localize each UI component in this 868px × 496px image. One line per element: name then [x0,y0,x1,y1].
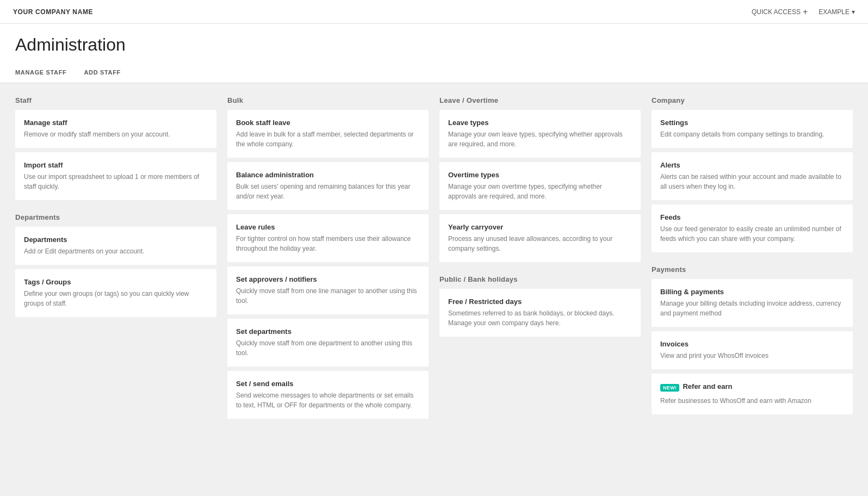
tab-add-staff[interactable]: ADD STAFF [84,64,129,83]
bulk-column: Bulk Book staff leave Add leave in bulk … [227,96,429,423]
billing-payments-card[interactable]: Billing & payments Manage your billing d… [652,279,853,327]
set-departments-title: Set departments [236,327,420,336]
book-staff-leave-desc: Add leave in bulk for a staff member, se… [236,129,420,149]
book-staff-leave-card[interactable]: Book staff leave Add leave in bulk for a… [227,110,429,158]
set-approvers-title: Set approvers / notifiers [236,275,420,283]
yearly-carryover-card[interactable]: Yearly carryover Process any unused leav… [439,214,641,262]
invoices-desc: View and print your WhosOff invoices [660,351,844,361]
book-staff-leave-title: Book staff leave [236,119,420,127]
alerts-desc: Alerts can be raised within your account… [660,172,844,191]
company-column: Company Settings Edit company details fr… [652,96,853,419]
header-area: Administration MANAGE STAFF ADD STAFF [0,24,868,83]
page-title: Administration [15,35,853,55]
main-content: Staff Manage staff Remove or modify staf… [0,83,868,436]
free-restricted-days-desc: Sometimes referred to as bank holidays, … [448,308,632,328]
alerts-title: Alerts [660,161,844,169]
overtime-types-desc: Manage your own overtime types, specifyi… [448,182,632,201]
import-staff-title: Import staff [24,161,208,169]
staff-section-title: Staff [15,96,216,104]
billing-payments-title: Billing & payments [660,288,844,296]
top-nav-right: QUICK ACCESS + EXAMPLE ▾ [752,7,855,17]
set-send-emails-desc: Send welcome messages to whole departmen… [236,390,420,410]
set-approvers-card[interactable]: Set approvers / notifiers Quickly move s… [227,266,429,314]
balance-admin-title: Balance administration [236,171,420,179]
departments-desc: Add or Edit departments on your account. [24,246,208,256]
example-label: EXAMPLE [819,8,850,16]
manage-staff-title: Manage staff [24,119,208,127]
leave-overtime-column: Leave / Overtime Leave types Manage your… [439,96,641,341]
billing-payments-desc: Manage your billing details including in… [660,299,844,318]
set-departments-card[interactable]: Set departments Quickly move staff from … [227,319,429,367]
overtime-types-card[interactable]: Overtime types Manage your own overtime … [439,162,641,210]
import-staff-card[interactable]: Import staff Use our import spreadsheet … [15,152,216,200]
departments-card[interactable]: Departments Add or Edit departments on y… [15,227,216,265]
staff-column: Staff Manage staff Remove or modify staf… [15,96,216,321]
example-dropdown[interactable]: EXAMPLE ▾ [819,8,855,16]
manage-staff-desc: Remove or modify staff members on your a… [24,129,208,139]
leave-overtime-section-title: Leave / Overtime [439,96,641,104]
bulk-section-title: Bulk [227,96,429,104]
tags-groups-desc: Define your own groups (or tags) so you … [24,289,208,308]
payments-section-title: Payments [652,265,853,274]
balance-admin-desc: Bulk set users' opening and remaining ba… [236,182,420,201]
yearly-carryover-desc: Process any unused leave allowances, acc… [448,234,632,253]
tab-bar: MANAGE STAFF ADD STAFF [15,64,853,83]
settings-card[interactable]: Settings Edit company details from compa… [652,110,853,148]
departments-section-title: Departments [15,213,216,221]
set-departments-desc: Quickly move staff from one department t… [236,338,420,358]
free-restricted-days-card[interactable]: Free / Restricted days Sometimes referre… [439,289,641,337]
quick-access-button[interactable]: QUICK ACCESS + [752,7,808,17]
new-badge: New! [660,384,679,392]
leave-rules-desc: For tighter control on how staff members… [236,234,420,253]
set-send-emails-title: Set / send emails [236,380,420,388]
refer-earn-card[interactable]: New! Refer and earn Refer businesses to … [652,374,853,414]
tags-groups-title: Tags / Groups [24,278,208,286]
top-nav: YOUR COMPANY NAME QUICK ACCESS + EXAMPLE… [0,0,868,24]
feeds-desc: Use our feed generator to easily create … [660,224,844,244]
company-name: YOUR COMPANY NAME [13,8,93,16]
set-send-emails-card[interactable]: Set / send emails Send welcome messages … [227,371,429,419]
manage-staff-card[interactable]: Manage staff Remove or modify staff memb… [15,110,216,148]
leave-rules-card[interactable]: Leave rules For tighter control on how s… [227,214,429,262]
settings-desc: Edit company details from company settin… [660,129,844,139]
import-staff-desc: Use our import spreadsheet to upload 1 o… [24,172,208,191]
feeds-title: Feeds [660,213,844,221]
leave-types-desc: Manage your own leave types, specifying … [448,129,632,149]
invoices-card[interactable]: Invoices View and print your WhosOff inv… [652,331,853,369]
invoices-title: Invoices [660,340,844,348]
refer-earn-desc: Refer businesses to WhosOff and earn wit… [660,396,844,406]
settings-title: Settings [660,119,844,127]
free-restricted-days-title: Free / Restricted days [448,297,632,306]
tags-groups-card[interactable]: Tags / Groups Define your own groups (or… [15,269,216,317]
quick-access-plus-icon: + [803,7,808,17]
yearly-carryover-title: Yearly carryover [448,223,632,231]
public-bank-holidays-section-title: Public / Bank holidays [439,275,641,283]
refer-earn-title: Refer and earn [683,382,732,390]
overtime-types-title: Overtime types [448,171,632,179]
set-approvers-desc: Quickly move staff from one line manager… [236,286,420,306]
departments-title: Departments [24,235,208,244]
company-section-title: Company [652,96,853,104]
balance-admin-card[interactable]: Balance administration Bulk set users' o… [227,162,429,210]
alerts-card[interactable]: Alerts Alerts can be raised within your … [652,152,853,200]
chevron-down-icon: ▾ [852,8,855,16]
feeds-card[interactable]: Feeds Use our feed generator to easily c… [652,204,853,252]
leave-types-card[interactable]: Leave types Manage your own leave types,… [439,110,641,158]
quick-access-label: QUICK ACCESS [752,8,801,16]
leave-rules-title: Leave rules [236,223,420,231]
tab-manage-staff[interactable]: MANAGE STAFF [15,64,76,83]
leave-types-title: Leave types [448,119,632,127]
